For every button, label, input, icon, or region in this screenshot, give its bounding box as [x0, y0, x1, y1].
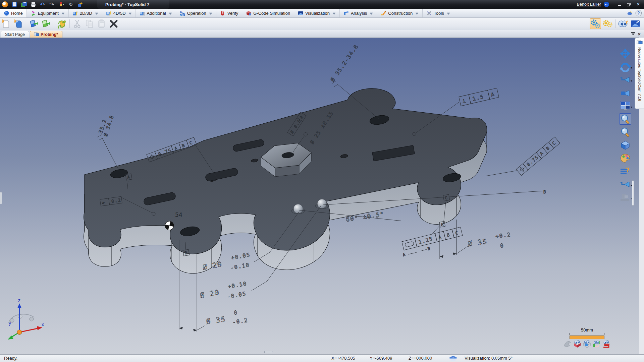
multi-view-icon[interactable]: ▼ — [619, 100, 631, 112]
watch-icon[interactable] — [618, 18, 629, 29]
tab-list-icon[interactable] — [631, 32, 635, 36]
look-at-icon[interactable]: ▼ — [619, 74, 631, 85]
menu-4d5d[interactable]: 4D/5D — [102, 9, 136, 17]
convert-document-icon[interactable] — [56, 18, 67, 29]
flatness-symbol: ▱ — [102, 200, 106, 205]
import-document-icon[interactable] — [40, 18, 52, 29]
menu-verify[interactable]: Verify — [216, 9, 243, 17]
menu-label: Home — [11, 11, 23, 16]
isometric-view-icon[interactable] — [619, 139, 631, 151]
copy-icon[interactable] — [84, 18, 95, 29]
print-icon[interactable] — [30, 1, 37, 8]
layers-icon[interactable] — [448, 356, 458, 362]
menu-additional[interactable]: Additional — [136, 9, 176, 17]
menu-visualization[interactable]: Visualization — [294, 9, 340, 17]
scale-bracket — [570, 333, 604, 335]
news-panel-tab[interactable]: Nouveautés TopSolid'Cam 7.16 — [635, 38, 644, 109]
chevron-down-icon[interactable] — [169, 11, 172, 16]
svg-text:+0.10: +0.10 — [227, 280, 248, 290]
walk-camera-icon[interactable] — [619, 87, 631, 99]
process-gears-icon[interactable] — [590, 18, 601, 29]
close-button[interactable]: × — [634, 1, 643, 8]
chevron-down-icon[interactable] — [370, 11, 373, 16]
zoom-window-icon[interactable] — [619, 113, 631, 125]
machine-visibility-icon[interactable] — [573, 339, 582, 348]
fullscreen-icon[interactable] — [630, 18, 641, 29]
part-body[interactable] — [84, 88, 487, 274]
menu-home[interactable]: Home — [0, 9, 27, 17]
menu-tools[interactable]: Tools — [423, 9, 454, 17]
bottom-splitter-grip[interactable] — [264, 351, 273, 353]
machine-icon[interactable]: ▼ — [619, 192, 631, 203]
open-document-icon[interactable] — [28, 18, 40, 29]
paste-icon[interactable] — [96, 18, 107, 29]
status-message: Ready. — [4, 356, 17, 361]
dim-dia35-bottom: Ø 35 — [206, 315, 226, 326]
new-template-icon[interactable] — [12, 18, 24, 29]
undo-icon[interactable]: ↶▼ — [39, 1, 46, 8]
panel-grip[interactable] — [632, 180, 634, 206]
analysis-icon — [343, 10, 349, 16]
topsolid-logo-icon[interactable] — [2, 1, 8, 7]
redo-icon[interactable]: ↷▼ — [48, 1, 56, 8]
chevron-down-icon[interactable] — [415, 11, 419, 16]
wizard-icon[interactable] — [627, 10, 633, 16]
3d-viewport[interactable]: Ø 35.2-34.8 ⊥ 1.5 A 35.2 Ø 34.8 0.75 — [0, 38, 639, 354]
tab-start-page[interactable]: Start Page — [1, 31, 29, 38]
toolpath-visibility-icon[interactable] — [602, 339, 611, 348]
document-4d5d-icon — [106, 10, 112, 16]
menu-label: Tools — [434, 11, 444, 16]
menu-gcode-simulation[interactable]: G-Code Simulation — [242, 9, 294, 17]
svg-text:N: N — [180, 13, 182, 16]
pan-icon[interactable] — [619, 48, 631, 59]
user-account-link[interactable]: Benoit Lallier — [577, 2, 601, 7]
menu-2d3d[interactable]: 2D/3D — [69, 9, 102, 17]
user-avatar[interactable]: BL — [604, 2, 609, 7]
menu-analysis[interactable]: Analysis — [340, 9, 377, 17]
help-icon[interactable]: ? — [635, 10, 642, 16]
fixture-icon[interactable] — [563, 339, 572, 348]
chevron-down-icon[interactable] — [61, 11, 65, 16]
minimize-button[interactable] — [615, 1, 624, 8]
chevron-down-icon[interactable] — [332, 11, 336, 16]
new-document-icon[interactable] — [0, 18, 12, 29]
save-icon[interactable] — [11, 1, 18, 8]
chevron-down-icon[interactable] — [209, 11, 212, 16]
menu-label: Visualization — [305, 11, 330, 16]
scale-indicator: 50mm — [570, 327, 604, 339]
left-panel-grip[interactable] — [0, 192, 2, 204]
render-style-icon[interactable] — [619, 153, 631, 164]
chevron-down-icon[interactable] — [128, 11, 132, 16]
tab-probing[interactable]: Probing* — [30, 31, 62, 38]
zoom-icon[interactable] — [619, 126, 631, 138]
news-panel-label: Nouveautés TopSolid'Cam 7.16 — [638, 47, 642, 101]
menu-label: Verify — [227, 11, 238, 16]
svg-text:C: C — [551, 140, 557, 146]
slot-symbol — [405, 241, 414, 247]
dim-top-hole: Ø 35.2-34.8 — [329, 43, 360, 83]
restore-button[interactable] — [625, 1, 633, 8]
orbit-icon[interactable]: ▼ — [619, 61, 631, 72]
refresh-icon[interactable]: ↻ — [67, 1, 74, 8]
delete-icon[interactable] — [108, 18, 119, 29]
measure-icon[interactable]: ▼ — [58, 1, 65, 8]
camera-icon[interactable]: ▼ — [619, 179, 631, 190]
chevron-down-icon[interactable] — [95, 11, 98, 16]
axes-visibility-icon[interactable] — [592, 339, 601, 348]
perpendicularity-symbol: ⊥ — [462, 97, 467, 105]
menu-equipment[interactable]: Equipment — [27, 9, 69, 17]
cut-icon[interactable] — [72, 18, 83, 29]
dim-dia35-right: Ø 35 — [467, 237, 488, 248]
menu-operation[interactable]: %N Operation — [176, 9, 216, 17]
chevron-down-icon[interactable] — [447, 11, 450, 16]
equipment-icon — [31, 10, 36, 16]
visualization-setting[interactable]: Visualization: 0,05mm 5° — [465, 356, 513, 361]
operations-gears-icon[interactable] — [602, 18, 613, 29]
help-lines-icon[interactable]: ? — [619, 166, 631, 177]
save-all-icon[interactable] — [20, 1, 28, 8]
menu-construction[interactable]: Construction — [377, 9, 423, 17]
stock-visibility-icon[interactable] — [582, 339, 592, 348]
main-toolbar — [0, 18, 644, 30]
export-icon[interactable] — [76, 1, 84, 8]
close-tab-icon[interactable]: × — [638, 32, 641, 37]
